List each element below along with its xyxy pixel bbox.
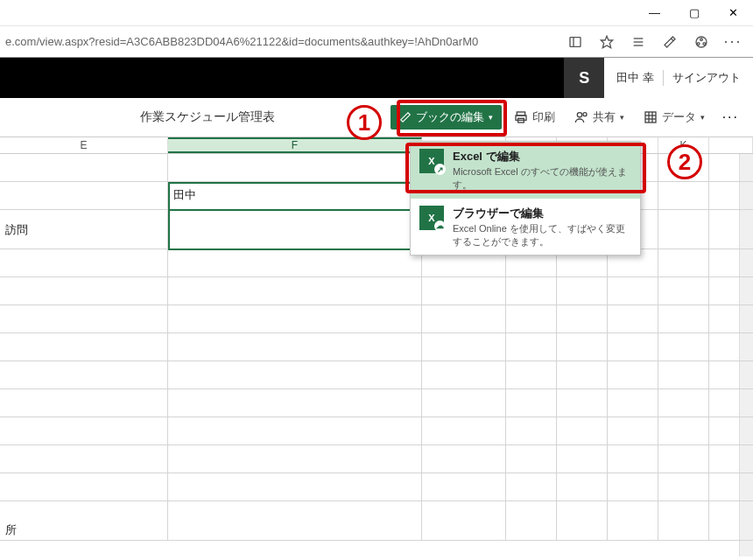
cell[interactable] bbox=[0, 182, 168, 209]
web-note-icon[interactable] bbox=[662, 34, 678, 50]
cell[interactable] bbox=[506, 333, 557, 360]
window-maximize-button[interactable]: ▢ bbox=[674, 0, 714, 26]
share-button[interactable]: 共有 ▾ bbox=[567, 105, 631, 130]
cell[interactable] bbox=[506, 501, 557, 540]
cell[interactable] bbox=[658, 249, 709, 276]
table-row bbox=[0, 361, 753, 389]
cell[interactable] bbox=[506, 473, 557, 500]
cell[interactable] bbox=[658, 361, 709, 388]
skype-icon[interactable]: S bbox=[564, 58, 604, 98]
window-close-button[interactable]: ✕ bbox=[714, 0, 753, 26]
cell[interactable] bbox=[168, 305, 422, 332]
cell[interactable] bbox=[658, 277, 709, 304]
app-header: S 田中 幸 サインアウト bbox=[0, 58, 753, 98]
cell[interactable] bbox=[506, 389, 557, 416]
cell[interactable] bbox=[168, 473, 422, 500]
share-icon[interactable] bbox=[693, 34, 709, 50]
cell[interactable] bbox=[422, 473, 506, 500]
edit-in-excel-item[interactable]: X↗ Excel で編集 Microsoft Excel のすべての機能が使えま… bbox=[411, 142, 640, 199]
cell[interactable] bbox=[168, 277, 422, 304]
cell[interactable] bbox=[168, 249, 422, 276]
cell[interactable] bbox=[168, 501, 422, 540]
cell[interactable] bbox=[557, 501, 608, 540]
cell[interactable] bbox=[168, 417, 422, 444]
cell[interactable] bbox=[168, 154, 422, 181]
cell[interactable] bbox=[658, 445, 709, 472]
cell[interactable] bbox=[0, 361, 168, 388]
cell[interactable] bbox=[0, 249, 168, 276]
cell[interactable] bbox=[422, 305, 506, 332]
cell[interactable] bbox=[658, 305, 709, 332]
table-row bbox=[0, 333, 753, 361]
cell[interactable] bbox=[658, 473, 709, 500]
cell[interactable] bbox=[557, 333, 608, 360]
cell[interactable]: 所 bbox=[0, 501, 168, 540]
cell[interactable] bbox=[658, 417, 709, 444]
col-header-rest bbox=[709, 137, 753, 153]
cell[interactable] bbox=[422, 361, 506, 388]
cell[interactable] bbox=[506, 305, 557, 332]
cell[interactable] bbox=[557, 445, 608, 472]
signout-link[interactable]: サインアウト bbox=[672, 70, 741, 86]
cell[interactable] bbox=[608, 305, 658, 332]
cell[interactable]: 訪問 bbox=[0, 210, 168, 248]
cell[interactable] bbox=[658, 501, 709, 540]
cell[interactable] bbox=[557, 473, 608, 500]
cell[interactable] bbox=[422, 501, 506, 540]
cell[interactable] bbox=[608, 417, 658, 444]
cell[interactable] bbox=[506, 277, 557, 304]
cell[interactable] bbox=[0, 417, 168, 444]
cell[interactable] bbox=[168, 333, 422, 360]
reading-view-icon[interactable] bbox=[567, 34, 583, 50]
cell[interactable] bbox=[658, 333, 709, 360]
cell[interactable] bbox=[168, 361, 422, 388]
more-icon[interactable]: ··· bbox=[725, 34, 741, 50]
cell[interactable] bbox=[422, 417, 506, 444]
cell[interactable] bbox=[422, 277, 506, 304]
cell[interactable] bbox=[608, 361, 658, 388]
cell[interactable] bbox=[0, 333, 168, 360]
cell[interactable] bbox=[0, 154, 168, 181]
col-header-E[interactable]: E bbox=[0, 137, 168, 153]
cell[interactable] bbox=[422, 333, 506, 360]
edit-workbook-button[interactable]: ブックの編集 ▾ bbox=[391, 105, 502, 130]
cell[interactable] bbox=[557, 277, 608, 304]
user-name-label[interactable]: 田中 幸 bbox=[616, 70, 654, 86]
col-header-F[interactable]: F bbox=[168, 137, 422, 153]
cell[interactable] bbox=[658, 210, 709, 248]
address-bar-text[interactable]: e.com/view.aspx?resid=A3C6ABB823DD04A6%2… bbox=[5, 35, 478, 48]
cell[interactable] bbox=[557, 417, 608, 444]
cell[interactable] bbox=[658, 182, 709, 209]
cell[interactable] bbox=[422, 389, 506, 416]
cell[interactable] bbox=[0, 277, 168, 304]
cell[interactable] bbox=[608, 445, 658, 472]
cell[interactable] bbox=[506, 417, 557, 444]
window-minimize-button[interactable]: — bbox=[635, 0, 674, 26]
reading-list-icon[interactable] bbox=[630, 34, 646, 50]
cell[interactable] bbox=[422, 445, 506, 472]
cell[interactable] bbox=[0, 389, 168, 416]
more-commands-button[interactable]: ··· bbox=[717, 109, 744, 125]
print-button[interactable]: 印刷 bbox=[507, 105, 562, 130]
cell[interactable] bbox=[0, 305, 168, 332]
cell[interactable] bbox=[506, 445, 557, 472]
data-button[interactable]: データ ▾ bbox=[637, 105, 712, 130]
edit-in-browser-item[interactable]: X☁ ブラウザーで編集 Excel Online を使用して、すばやく変更するこ… bbox=[411, 199, 640, 256]
favorite-star-icon[interactable] bbox=[599, 34, 615, 50]
cell-F-value[interactable]: 田中 bbox=[168, 182, 422, 209]
cell[interactable] bbox=[608, 501, 658, 540]
cell[interactable] bbox=[658, 389, 709, 416]
cell[interactable] bbox=[0, 473, 168, 500]
cell[interactable] bbox=[557, 305, 608, 332]
cell[interactable] bbox=[557, 389, 608, 416]
cell[interactable] bbox=[506, 361, 557, 388]
cell[interactable] bbox=[608, 277, 658, 304]
cell[interactable] bbox=[608, 473, 658, 500]
cell[interactable] bbox=[168, 210, 422, 248]
cell[interactable] bbox=[608, 333, 658, 360]
cell[interactable] bbox=[168, 389, 422, 416]
cell[interactable] bbox=[608, 389, 658, 416]
cell[interactable] bbox=[168, 445, 422, 472]
cell[interactable] bbox=[557, 361, 608, 388]
cell[interactable] bbox=[0, 445, 168, 472]
